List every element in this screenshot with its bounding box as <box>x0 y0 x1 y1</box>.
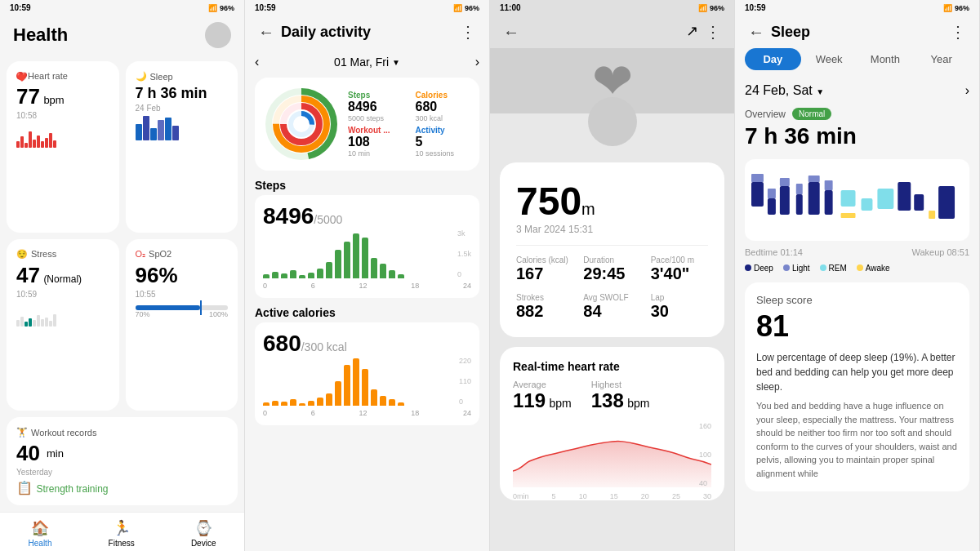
activity-header-bg: ❤ <box>490 48 734 113</box>
spo2-bar: 70% 100% <box>136 305 229 318</box>
steps-label: Steps <box>348 91 403 100</box>
svg-rect-15 <box>768 189 776 198</box>
wakeup: Wakeup 08:51 <box>911 247 969 257</box>
svg-rect-11 <box>796 194 803 215</box>
time-2: 10:59 <box>255 3 276 12</box>
status-icons-2: 📶 96% <box>453 4 479 12</box>
stress-chart <box>16 302 109 327</box>
calories-bar-chart <box>263 357 471 406</box>
time-1: 10:59 <box>10 3 31 12</box>
svg-rect-22 <box>877 189 893 209</box>
heart-rate-time: 10:58 <box>16 111 109 120</box>
tab-month[interactable]: Month <box>858 48 914 70</box>
avatar[interactable] <box>205 22 231 48</box>
activity-detail-screen: 11:00 📶 96% ← ↗ ⋮ ❤ 750m 3 Mar 2024 15:3… <box>490 0 735 551</box>
svg-rect-24 <box>914 194 924 211</box>
daily-activity-title: Daily activity <box>281 24 371 41</box>
svg-rect-14 <box>751 174 764 182</box>
share-icon[interactable]: ↗ <box>686 22 698 42</box>
nav-health[interactable]: 🏠 Health <box>29 519 52 548</box>
next-date-button[interactable]: › <box>475 55 479 69</box>
steps-section-title: Steps <box>255 179 479 192</box>
svg-rect-16 <box>780 178 790 186</box>
heart-rate-chart <box>16 123 109 148</box>
tab-week[interactable]: Week <box>801 48 858 70</box>
highest-heart-rate: Highest 138 bpm <box>591 380 650 412</box>
heart-rate-section-title: Real-time heart rate <box>513 360 711 373</box>
health-header: Health <box>0 16 244 55</box>
activity-distance: 750m <box>516 179 708 224</box>
calories-sub: 300 kcal <box>416 114 470 122</box>
time-3: 11:00 <box>500 3 521 12</box>
sleep-date: 24 Feb <box>136 104 229 113</box>
sleep-score-detail: You bed and bedding have a huge influenc… <box>756 399 958 480</box>
calories-section-title: Active calories <box>255 306 479 319</box>
activity-date: 3 Mar 2024 15:31 <box>516 224 708 235</box>
stat-strokes: Strokes 882 <box>516 293 573 321</box>
workout-sub: Strength training <box>36 483 108 495</box>
nav-fitness[interactable]: 🏃 Fitness <box>109 519 135 548</box>
stress-time: 10:59 <box>16 290 109 299</box>
status-bar-1: 10:59 📶 96% <box>0 0 244 16</box>
sleep-legend: Deep Light REM Awake <box>745 264 969 273</box>
steps-sub: 5000 steps <box>348 114 403 122</box>
stress-title: 😌 Stress <box>16 249 109 260</box>
calories-chart-card: 680/300 kcal 220 110 0 <box>255 322 479 425</box>
back-button-4[interactable]: ← <box>748 23 764 42</box>
activity-content: 750m 3 Mar 2024 15:31 Calories (kcal) 16… <box>490 153 734 551</box>
sleep-value: 7 h 36 min <box>136 85 229 102</box>
prev-date-button[interactable]: ‹ <box>255 55 259 69</box>
nav-device[interactable]: ⌚ Device <box>191 519 216 548</box>
stat-duration: Duration 29:45 <box>583 256 640 283</box>
stat-swolf: Avg SWOLF 84 <box>583 293 640 321</box>
health-screen: 10:59 📶 96% Health ❤️ Heart rate 77 bpm … <box>0 0 245 551</box>
sleep-chart-svg <box>751 166 963 234</box>
heart-rate-section: Real-time heart rate Average 119 bpm Hig… <box>500 347 724 500</box>
back-button[interactable]: ← <box>258 23 274 42</box>
health-grid: ❤️ Heart rate 77 bpm 10:58 <box>0 55 244 417</box>
calories-chart-labels: 0 6 12 18 24 <box>263 409 471 417</box>
tab-day[interactable]: Day <box>745 48 801 70</box>
more-button[interactable]: ⋮ <box>460 22 476 42</box>
steps-value-display: 8496/5000 <box>263 203 471 229</box>
status-bar-3: 11:00 📶 96% <box>490 0 734 16</box>
sleep-current-date: 24 Feb, Sat ▼ <box>745 83 824 98</box>
status-icons-4: 📶 96% <box>943 4 969 12</box>
main-activity-card: 750m 3 Mar 2024 15:31 Calories (kcal) 16… <box>500 162 724 337</box>
sleep-times: Bedtime 01:14 Wakeup 08:51 <box>745 247 969 257</box>
avg-heart-rate: Average 119 bpm <box>513 380 572 412</box>
stress-card[interactable]: 😌 Stress 47 (Normal) 10:59 <box>7 239 119 411</box>
activity-header: ← ↗ ⋮ <box>490 16 734 48</box>
workout-card[interactable]: 🏋️ Workout records 40 min Yesterday 📋 St… <box>7 417 238 505</box>
workout-sub: 10 min <box>348 149 403 158</box>
summary-stats: Steps 8496 5000 steps Calories 680 300 k… <box>348 91 470 158</box>
svg-rect-19 <box>825 180 833 190</box>
date-navigation: ‹ 01 Mar, Fri ▼ › <box>255 55 479 69</box>
health-title: Health <box>13 24 68 46</box>
spo2-card[interactable]: O₂ SpO2 96% 10:55 70% 100% <box>126 239 238 411</box>
activity-label: Activity <box>416 126 470 135</box>
status-bar-2: 10:59 📶 96% <box>245 0 489 16</box>
svg-rect-23 <box>898 182 911 211</box>
svg-rect-17 <box>796 184 803 194</box>
more-button-4[interactable]: ⋮ <box>950 22 966 42</box>
heart-rate-value: 77 bpm <box>16 84 109 109</box>
svg-rect-9 <box>768 198 776 215</box>
back-button-3[interactable]: ← <box>503 23 519 42</box>
sleep-overview-row: Overview Normal <box>745 108 969 120</box>
calories-val: 680 <box>416 100 470 114</box>
spo2-time: 10:55 <box>136 290 229 299</box>
status-bar-4: 10:59 📶 96% <box>735 0 979 16</box>
sleep-card[interactable]: 🌙 Sleep 7 h 36 min 24 Feb <box>126 61 238 233</box>
more-button-3[interactable]: ⋮ <box>705 22 721 42</box>
svg-rect-8 <box>751 182 764 207</box>
activity-sub: 10 sessions <box>416 149 470 158</box>
heart-icon: ❤️ <box>16 72 24 80</box>
heart-rate-card[interactable]: ❤️ Heart rate 77 bpm 10:58 <box>7 61 119 233</box>
tab-year[interactable]: Year <box>913 48 969 70</box>
sleep-next-date[interactable]: › <box>965 83 969 98</box>
sleep-chart <box>745 159 969 241</box>
nav-bar: 🏠 Health 🏃 Fitness ⌚ Device <box>0 512 244 551</box>
legend-awake: Awake <box>857 264 890 273</box>
sleep-title: 🌙 Sleep <box>136 71 229 82</box>
